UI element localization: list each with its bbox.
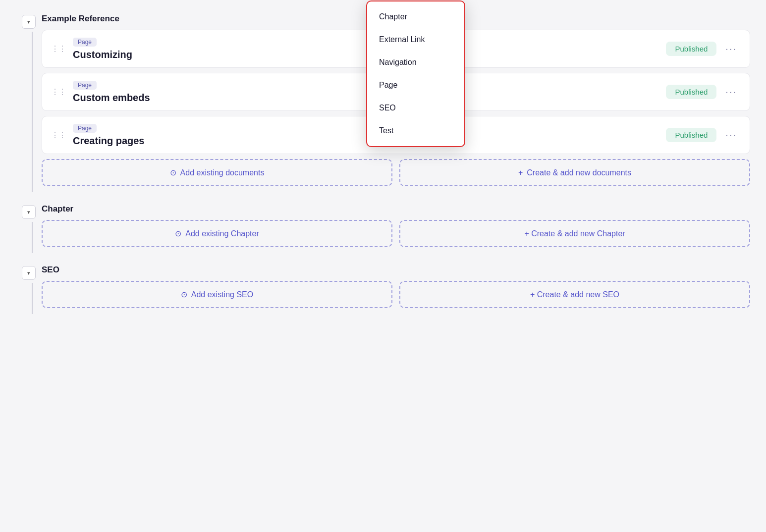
create-add-new-chapter-btn[interactable]: + Create & add new Chapter [399, 220, 750, 247]
section-title-chapter: Chapter [42, 202, 750, 214]
collapse-btn-example-reference[interactable]: ▾ [22, 15, 36, 29]
more-options-btn[interactable]: ··· [721, 127, 741, 143]
status-badge-published: Published [666, 85, 716, 99]
chevron-down-icon: ▾ [27, 209, 30, 215]
doc-card-actions: Published ··· [666, 41, 741, 56]
section-title-seo: SEO [42, 263, 750, 275]
action-buttons-row-chapter: ⊙ Add existing Chapter + Create & add ne… [42, 220, 750, 247]
dropdown-menu: Chapter External Link Navigation Page SE… [366, 0, 465, 147]
dropdown-item-navigation[interactable]: Navigation [367, 51, 464, 74]
doc-type-badge: Page [73, 38, 97, 47]
plus-icon: + [518, 168, 523, 177]
dropdown-item-chapter[interactable]: Chapter [367, 5, 464, 28]
drag-handle-icon[interactable]: ⋮⋮ [51, 44, 66, 53]
dropdown-item-test[interactable]: Test [367, 119, 464, 142]
dropdown-item-seo[interactable]: SEO [367, 97, 464, 119]
section-chapter: ▾ Chapter ⊙ Add existing Chapter + Creat… [16, 202, 750, 253]
section-line-seo [32, 283, 33, 314]
dropdown-item-external-link[interactable]: External Link [367, 28, 464, 51]
section-line-chapter [32, 222, 33, 253]
action-buttons-row-example-reference: ⊙ Add existing documents + Create & add … [42, 159, 750, 186]
more-options-btn[interactable]: ··· [721, 41, 741, 56]
collapse-btn-seo[interactable]: ▾ [22, 266, 36, 280]
section-line [32, 32, 33, 192]
more-options-btn[interactable]: ··· [721, 84, 741, 100]
section-content-seo: SEO ⊙ Add existing SEO + Create & add ne… [42, 263, 750, 314]
create-add-new-seo-btn[interactable]: + Create & add new SEO [399, 281, 750, 308]
doc-type-badge: Page [73, 124, 97, 133]
doc-card-actions: Published ··· [666, 84, 741, 100]
section-left-bar-seo: ▾ [16, 263, 42, 314]
section-left-bar: ▾ [16, 12, 42, 192]
section-content-example-reference: Example Reference ⋮⋮ Page Customizing Pu… [42, 12, 750, 192]
link-icon: ⊙ [175, 229, 181, 238]
chevron-down-icon: ▾ [27, 19, 30, 25]
section-left-bar-chapter: ▾ [16, 202, 42, 253]
link-icon: ⊙ [170, 168, 176, 177]
status-badge-published: Published [666, 128, 716, 142]
create-add-new-documents-btn[interactable]: + Create & add new documents [399, 159, 750, 186]
add-existing-seo-btn[interactable]: ⊙ Add existing SEO [42, 281, 392, 308]
doc-type-badge: Page [73, 81, 97, 90]
page-container: ▾ Example Reference ⋮⋮ Page Customizing … [0, 0, 766, 532]
action-buttons-row-seo: ⊙ Add existing SEO + Create & add new SE… [42, 281, 750, 308]
dropdown-item-page[interactable]: Page [367, 74, 464, 97]
section-content-chapter: Chapter ⊙ Add existing Chapter + Create … [42, 202, 750, 253]
drag-handle-icon[interactable]: ⋮⋮ [51, 87, 66, 97]
collapse-btn-chapter[interactable]: ▾ [22, 205, 36, 219]
link-icon: ⊙ [181, 290, 187, 299]
doc-card-actions: Published ··· [666, 127, 741, 143]
chevron-down-icon: ▾ [27, 270, 30, 276]
section-example-reference: ▾ Example Reference ⋮⋮ Page Customizing … [16, 12, 750, 192]
status-badge-published: Published [666, 42, 716, 56]
drag-handle-icon[interactable]: ⋮⋮ [51, 130, 66, 140]
add-existing-chapter-btn[interactable]: ⊙ Add existing Chapter [42, 220, 392, 247]
section-seo: ▾ SEO ⊙ Add existing SEO + Create & add … [16, 263, 750, 314]
add-existing-documents-btn[interactable]: ⊙ Add existing documents [42, 159, 392, 186]
